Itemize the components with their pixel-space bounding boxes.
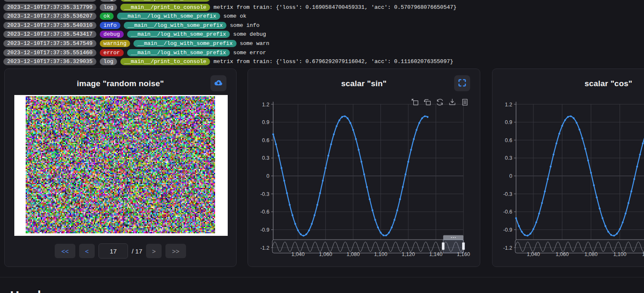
next-page-button[interactable]: > <box>146 244 162 258</box>
log-row: 2023-12-10T17:37:36.329035log__main__/pr… <box>3 58 453 65</box>
series-point <box>532 228 534 230</box>
series-point <box>561 125 563 127</box>
series-point <box>639 153 641 155</box>
series-point <box>424 115 426 117</box>
series-point <box>631 190 632 192</box>
move-handle-grip-dot <box>455 237 455 238</box>
series-point <box>377 227 379 228</box>
series-point <box>294 223 296 224</box>
series-point <box>383 235 384 236</box>
sin-panel-title: scalar "sin" <box>248 79 480 88</box>
cos-chart: 1.20.90.60.30-0.3-0.6-0.9-1.21,0401,0601… <box>492 69 644 267</box>
download-button[interactable] <box>210 75 226 91</box>
x-tick-label: 1,040 <box>527 251 540 257</box>
y-axis: 1.20.90.60.30-0.3-0.6-0.9-1.2 <box>260 102 273 251</box>
grid <box>273 104 463 248</box>
source-badge: __main__/log_with_some_prefix <box>124 22 226 29</box>
series-point <box>297 230 299 231</box>
series-point <box>292 214 293 216</box>
level-badge: info <box>100 22 120 29</box>
x-tick-label: 1,100 <box>374 251 387 257</box>
page-input[interactable] <box>98 243 128 259</box>
series-point <box>613 235 615 236</box>
x-tick-label: 1,160 <box>457 251 470 257</box>
series-point <box>564 119 566 121</box>
series-point <box>272 133 274 135</box>
series-point <box>581 137 583 139</box>
series-point <box>604 225 606 227</box>
timestamp-badge: 2023-12-10T17:37:36.329035 <box>3 58 96 65</box>
datazoom-window[interactable] <box>443 240 463 253</box>
image-pager: << < / 17 > >> <box>5 243 236 259</box>
y-axis: 1.20.90.60.30-0.3-0.6-0.9-1.2 <box>503 102 516 251</box>
section-divider <box>0 277 644 277</box>
series-point <box>573 117 575 119</box>
series-point <box>322 180 324 182</box>
series-point <box>327 155 329 156</box>
image-panel: image "random noise" << < / 17 > >> <box>4 69 237 267</box>
series-point <box>633 178 635 180</box>
zoom-select-glyph <box>412 99 418 105</box>
zoom-select-icon[interactable] <box>412 99 418 105</box>
series-point <box>515 217 517 219</box>
series-point <box>616 233 617 235</box>
series-point <box>372 209 373 211</box>
x-tick-label: 1,080 <box>346 251 359 257</box>
first-page-button[interactable]: << <box>55 244 75 258</box>
source-badge: __main__/log_with_some_prefix <box>117 13 220 20</box>
timestamp-badge: 2023-12-10T17:37:35.540310 <box>3 22 96 29</box>
series-point <box>553 153 554 155</box>
x-tick-label: 1,100 <box>613 251 626 257</box>
y-tick-label: -0.6 <box>260 209 269 215</box>
series-point <box>402 186 404 188</box>
datazoom-handle-left[interactable] <box>442 242 444 250</box>
y-tick-label: -0.6 <box>503 209 512 215</box>
series-point <box>593 185 595 186</box>
image-frame <box>14 95 228 236</box>
y-tick-label: -1.2 <box>503 245 512 251</box>
series-point <box>590 172 592 174</box>
save-image-icon[interactable] <box>450 99 455 105</box>
y-tick-label: 0.3 <box>262 155 269 161</box>
sin-chart: 1.20.90.60.30-0.3-0.6-0.9-1.21,0401,0601… <box>248 69 481 267</box>
log-row: 2023-12-10T17:37:35.551460error__main__/… <box>3 49 266 56</box>
x-tick-label: 1,040 <box>291 251 304 257</box>
series-point <box>391 227 392 228</box>
y-tick-label: 0.3 <box>505 155 512 161</box>
series-point <box>303 235 304 236</box>
series-point <box>584 148 586 150</box>
level-badge: log <box>100 0 117 2</box>
series-point <box>535 222 537 223</box>
series-point <box>538 213 540 214</box>
fullscreen-button[interactable] <box>454 75 470 91</box>
series-point <box>410 149 412 150</box>
x-tick-label: 1,080 <box>584 251 597 257</box>
y-tick-label: -1.2 <box>260 245 269 251</box>
series-point <box>397 209 398 211</box>
level-badge: debug <box>100 31 124 38</box>
series-point <box>530 233 531 235</box>
series-point <box>556 143 557 144</box>
cloud-download-icon <box>213 78 224 89</box>
series-point <box>642 143 644 144</box>
timestamp-badge: 2023-12-10T17:37:35.547549 <box>3 40 96 47</box>
series-point <box>596 196 598 198</box>
datazoom-slider[interactable] <box>515 235 644 253</box>
prev-page-button[interactable]: < <box>79 244 95 258</box>
sin-chart-panel: 1.20.90.60.30-0.3-0.6-0.9-1.21,0401,0601… <box>247 69 480 267</box>
log-message: some debug <box>233 31 266 37</box>
y-tick-label: 0 <box>509 173 512 179</box>
series-point <box>628 202 629 204</box>
series-point <box>559 133 560 135</box>
series-point <box>404 174 406 175</box>
last-page-button[interactable]: >> <box>165 244 186 258</box>
log-message: some info <box>230 22 259 29</box>
log-message: some ok <box>224 13 247 19</box>
log-row: 2023-12-10T17:37:35.543417debug__main__/… <box>3 31 266 38</box>
log-console: 2023-12-10T17:37:35.317799log__main__/pr… <box>0 0 644 66</box>
log-message: metrix from train: {'loss': 0.1690584700… <box>213 4 456 11</box>
datazoom-handle-right[interactable] <box>462 242 465 250</box>
source-badge: __main__/log_with_some_prefix <box>127 49 230 56</box>
log-row: 2023-12-10T17:37:35.547549warning__main_… <box>3 40 269 47</box>
log-row: 2023-12-10T17:37:35.540310info__main__/l… <box>3 22 260 29</box>
